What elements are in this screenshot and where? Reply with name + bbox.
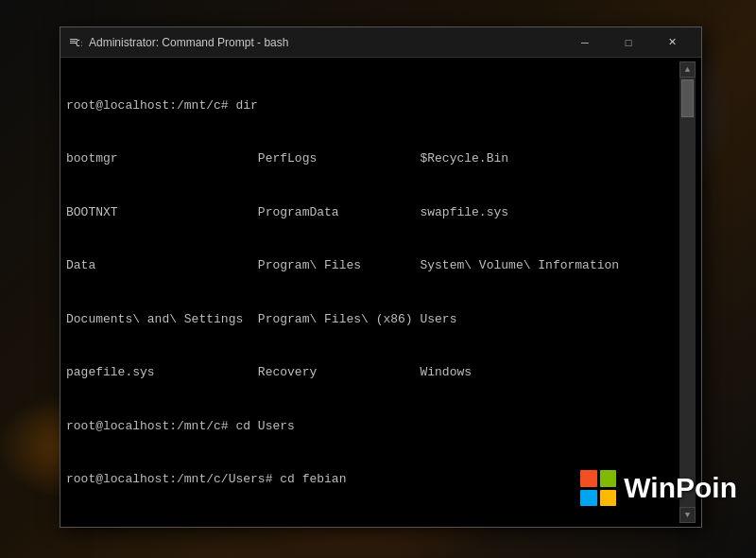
cmd-window: C: Administrator: Command Prompt - bash … — [60, 26, 702, 528]
term-line-2: bootmgr PerfLogs $Recycle.Bin — [66, 150, 679, 168]
minimize-button[interactable]: ─ — [563, 27, 607, 58]
term-line-7: root@localhost:/mnt/c# cd Users — [66, 418, 679, 436]
scrollbar-track[interactable] — [679, 78, 696, 507]
windows-logo-icon — [580, 470, 616, 506]
scroll-up-button[interactable]: ▲ — [679, 61, 696, 78]
terminal-content: root@localhost:/mnt/c# dir bootmgr PerfL… — [66, 61, 679, 523]
logo-square-red — [580, 470, 597, 487]
close-button[interactable]: ✕ — [650, 27, 694, 58]
winpoin-text: WinPoin — [624, 472, 737, 504]
logo-square-blue — [580, 490, 597, 507]
window-title: Administrator: Command Prompt - bash — [89, 36, 563, 49]
svg-text:C:: C: — [76, 40, 82, 48]
term-line-6: pagefile.sys Recovery Windows — [66, 364, 679, 382]
term-line-3: BOOTNXT ProgramData swapfile.sys — [66, 204, 679, 222]
winpoin-logo: WinPoin — [580, 470, 737, 506]
term-line-5: Documents\ and\ Settings Program\ Files\… — [66, 311, 679, 329]
terminal-body[interactable]: root@localhost:/mnt/c# dir bootmgr PerfL… — [60, 58, 701, 527]
logo-square-yellow — [600, 490, 617, 507]
logo-square-green — [600, 470, 617, 487]
term-line-1: root@localhost:/mnt/c# dir — [66, 97, 679, 115]
scrollbar[interactable]: ▲ ▼ — [679, 61, 696, 523]
cmd-icon: C: — [68, 35, 83, 50]
window-controls: ─ □ ✕ — [563, 27, 694, 58]
maximize-button[interactable]: □ — [607, 27, 650, 58]
scroll-down-button[interactable]: ▼ — [679, 507, 696, 523]
term-line-4: Data Program\ Files System\ Volume\ Info… — [66, 257, 679, 275]
scrollbar-thumb[interactable] — [681, 79, 694, 117]
titlebar: C: Administrator: Command Prompt - bash … — [60, 27, 701, 58]
